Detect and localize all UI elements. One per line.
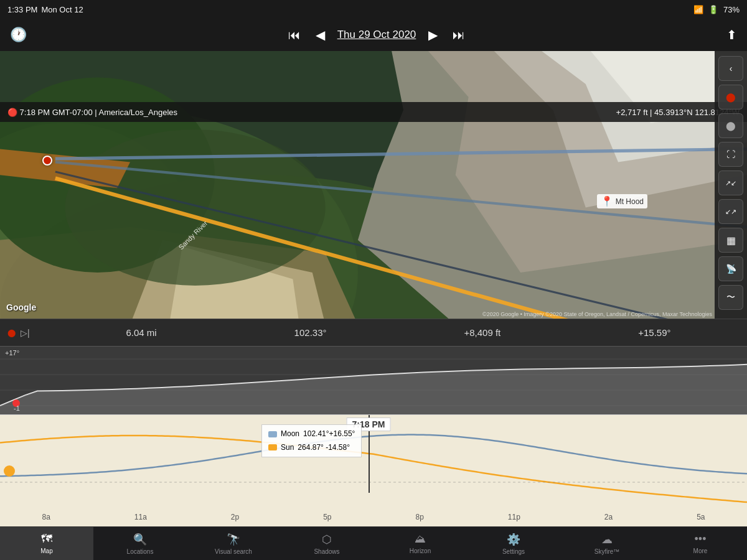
svg-point-13 (65, 129, 326, 286)
sidebar-expand-button[interactable]: ↗↙ (718, 170, 743, 195)
time-label-5a: 5a (697, 513, 705, 521)
timeline-chart[interactable]: 7:18 PM Moon 102.41°+16.55° Sun 264.87° … (0, 414, 747, 526)
bearing-value: 102.33° (294, 327, 327, 338)
time-label-11a: 11a (134, 513, 147, 521)
next-button[interactable]: ▶ (426, 25, 440, 45)
sun-data: 264.87° -14.58° (298, 441, 350, 455)
time-location-info: 🔴 7:18 PM GMT-07:00 | America/Los_Angele… (7, 108, 177, 117)
sun-legend-row: Sun 264.87° -14.58° (268, 441, 355, 455)
time-label-2p: 2p (231, 513, 239, 521)
moon-color-swatch (268, 431, 277, 437)
tab-skyfire[interactable]: ☁ Skyfire™ (560, 527, 654, 560)
measurement-values: 6.04 mi 102.33° +8,409 ft +15.59° (57, 327, 740, 338)
elevation-diff-value: +8,409 ft (464, 327, 500, 338)
skip-back-button[interactable]: ⏮ (286, 26, 303, 45)
clock-button[interactable]: 🕐 (10, 27, 27, 43)
tab-bar: 🗺 Map 🔍 Locations 🔭 Visual search ⬡ Shad… (0, 526, 747, 560)
map-area[interactable]: 🔴 7:18 PM GMT-07:00 | America/Los_Angele… (0, 51, 747, 319)
time-label-8a: 8a (42, 513, 50, 521)
elevation-canvas (0, 347, 747, 414)
share-button[interactable]: ⬆ (726, 27, 737, 42)
moon-label: Moon (281, 427, 299, 441)
date-nav: ⏮ ◀ Thu 29 Oct 2020 ▶ ⏭ (286, 25, 468, 45)
top-nav-bar: 🕐 ⏮ ◀ Thu 29 Oct 2020 ▶ ⏭ ⬆ (0, 19, 747, 51)
tab-map[interactable]: 🗺 Map (0, 527, 93, 560)
tab-horizon[interactable]: ⛰ Horizon (374, 527, 467, 560)
horizon-tab-label: Horizon (410, 548, 431, 554)
visual-search-tab-icon: 🔭 (227, 533, 240, 546)
status-left: 1:33 PM Mon Oct 12 (7, 5, 83, 14)
tab-visual-search[interactable]: 🔭 Visual search (187, 527, 280, 560)
moon-data: 102.41°+16.55° (303, 427, 355, 441)
status-date: Mon Oct 12 (41, 5, 83, 14)
sidebar-red-pin-button[interactable]: ⬤ (718, 85, 743, 110)
prev-button[interactable]: ◀ (313, 25, 327, 45)
right-sidebar: ‹ ⬤ ⬤ ⛶ ↗↙ ↙↗ ▦ 📡 〜 (715, 51, 747, 319)
settings-tab-label: Settings (502, 548, 525, 555)
tab-more[interactable]: ••• More (654, 527, 747, 560)
distance-value: 6.04 mi (126, 327, 156, 338)
more-tab-label: More (693, 548, 708, 554)
sidebar-collapse-button[interactable]: ‹ (718, 56, 743, 81)
time-label-11p: 11p (508, 513, 520, 521)
elevation-chart: +17° -1 (0, 346, 747, 414)
sun-position-dot (4, 465, 15, 477)
mt-hood-label: 📍 Mt Hood (597, 194, 647, 208)
chart-bottom-label: -1 (14, 404, 20, 412)
sidebar-satellite-button[interactable]: 📡 (718, 256, 743, 281)
map-tab-label: Map (40, 548, 52, 554)
tab-settings[interactable]: ⚙️ Settings (467, 527, 560, 560)
shadows-tab-label: Shadows (314, 548, 339, 555)
angle-value: +15.59° (638, 327, 670, 338)
tab-locations[interactable]: 🔍 Locations (93, 527, 187, 560)
google-watermark: Google (6, 302, 36, 312)
settings-tab-icon: ⚙️ (507, 533, 520, 546)
sidebar-expand2-button[interactable]: ↙↗ (718, 199, 743, 224)
shadows-tab-icon: ⬡ (322, 533, 332, 546)
nav-date: Thu 29 Oct 2020 (337, 29, 416, 41)
skip-forward-button[interactable]: ⏭ (450, 26, 467, 45)
horizon-tab-icon: ⛰ (415, 533, 426, 546)
map-red-pin[interactable] (42, 156, 52, 166)
timeline-canvas (0, 415, 747, 526)
sun-label: Sun (281, 441, 294, 455)
map-terrain (0, 51, 747, 319)
status-time: 1:33 PM (7, 5, 37, 14)
moon-legend-row: Moon 102.41°+16.55° (268, 427, 355, 441)
status-right: 📶 🔋 73% (693, 5, 740, 14)
sidebar-grid-button[interactable]: ▦ (718, 228, 743, 253)
sun-color-swatch (268, 444, 277, 450)
battery-percent: 73% (723, 5, 740, 14)
time-label-2a: 2a (604, 513, 613, 521)
visual-search-tab-label: Visual search (215, 548, 252, 555)
status-bar: 1:33 PM Mon Oct 12 📶 🔋 73% (0, 0, 747, 19)
chart-top-label: +17° (5, 349, 19, 357)
time-label-8p: 8p (415, 513, 423, 521)
sidebar-topo-button[interactable]: 〜 (718, 285, 743, 310)
map-attribution: ©2020 Google • Imagery ©2020 State of Or… (482, 311, 712, 317)
skyfire-tab-icon: ☁ (601, 533, 613, 546)
map-tab-icon: 🗺 (41, 533, 52, 546)
wifi-icon: 📶 (693, 5, 703, 14)
time-axis: 8a 11a 2p 5p 8p 11p 2a 5a (0, 513, 747, 521)
moon-sun-legend: Moon 102.41°+16.55° Sun 264.87° -14.58° (261, 424, 362, 457)
skyfire-tab-label: Skyfire™ (594, 548, 620, 555)
more-tab-icon: ••• (695, 533, 707, 546)
measurement-bar: ⬤ ▷| 6.04 mi 102.33° +8,409 ft +15.59° (0, 319, 747, 346)
battery-icon: 🔋 (708, 5, 718, 14)
sidebar-settings-button[interactable]: ⛶ (718, 142, 743, 167)
tab-shadows[interactable]: ⬡ Shadows (280, 527, 374, 560)
time-label-5p: 5p (323, 513, 331, 521)
measurement-left-icons: ⬤ ▷| (7, 328, 57, 338)
locations-tab-icon: 🔍 (133, 533, 147, 546)
sidebar-gray-pin-button[interactable]: ⬤ (718, 113, 743, 138)
locations-tab-label: Locations (127, 548, 154, 555)
info-bar: 🔴 7:18 PM GMT-07:00 | America/Los_Angele… (0, 102, 747, 122)
